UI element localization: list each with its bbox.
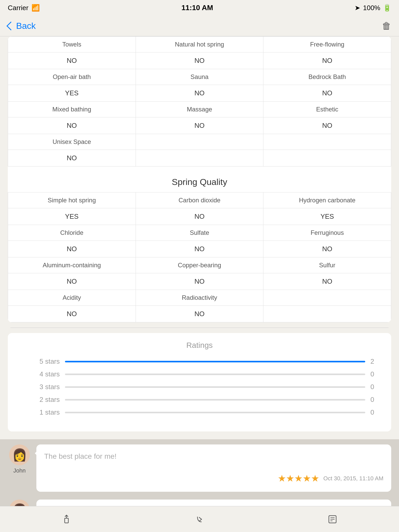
- avatar-area: 👩John: [8, 444, 31, 474]
- comment-stars: ★★★★★: [278, 473, 319, 484]
- spring-value-cell: YES: [263, 208, 391, 225]
- spring-quality-section: Spring Quality Simple hot springCarbon d…: [8, 167, 391, 322]
- rating-row: 1 stars0: [18, 408, 381, 416]
- rating-bar-track: [65, 412, 365, 413]
- rating-row: 2 stars0: [18, 396, 381, 404]
- rating-label: 2 stars: [18, 396, 60, 404]
- forward-icon: [194, 514, 205, 525]
- facility-value-cell: NO: [263, 52, 391, 69]
- facility-label-cell: Mixed bathing: [8, 102, 136, 117]
- status-bar-right: ➤ 100% 🔋: [355, 4, 391, 12]
- rating-count: 0: [370, 370, 381, 378]
- facility-label-cell: Sauna: [136, 69, 263, 85]
- facility-value-cell: NO: [8, 117, 136, 134]
- facility-value-cell: [136, 150, 263, 167]
- facilities-section: TowelsNatural hot springFree-flowingNONO…: [8, 36, 391, 167]
- share-button[interactable]: [56, 511, 77, 527]
- carrier-label: Carrier: [8, 4, 28, 12]
- facility-label-cell: [263, 134, 391, 150]
- commenter-name: John: [13, 467, 26, 474]
- facility-label-cell: Natural hot spring: [136, 37, 263, 52]
- comment-item: 👩JohnThe best place for me!★★★★★Oct 30, …: [8, 444, 391, 492]
- nav-bar: Back 🗑: [0, 16, 399, 36]
- spring-value-cell: NO: [136, 273, 263, 290]
- share-icon: [61, 514, 72, 525]
- spring-label-cell: [263, 290, 391, 306]
- facility-label-cell: [136, 134, 263, 150]
- spring-label-cell: Simple hot spring: [8, 192, 136, 208]
- facility-value-cell: NO: [136, 52, 263, 69]
- forward-button[interactable]: [189, 511, 210, 527]
- spring-value-cell: YES: [8, 208, 136, 225]
- facilities-table: TowelsNatural hot springFree-flowingNONO…: [8, 36, 391, 167]
- comment-text: The best place for me!: [44, 452, 383, 468]
- rating-row: 3 stars0: [18, 383, 381, 391]
- status-bar-time: 11:10 AM: [182, 4, 213, 12]
- edit-icon: [327, 514, 338, 525]
- wifi-icon: 📶: [31, 4, 40, 12]
- facility-label-cell: Towels: [8, 37, 136, 52]
- status-bar: Carrier 📶 11:10 AM ➤ 100% 🔋: [0, 0, 399, 16]
- back-chevron-icon: [6, 22, 15, 30]
- spring-label-cell: Aluminum-containing: [8, 257, 136, 273]
- back-button[interactable]: Back: [8, 21, 36, 31]
- spring-value-cell: NO: [8, 241, 136, 257]
- facility-label-cell: Open-air bath: [8, 69, 136, 85]
- spring-label-cell: Ferruginous: [263, 225, 391, 241]
- battery-label: 100%: [363, 4, 380, 12]
- battery-icon: 🔋: [383, 4, 391, 12]
- avatar: 👩: [9, 444, 30, 465]
- svg-rect-0: [65, 518, 68, 523]
- rating-label: 4 stars: [18, 370, 60, 378]
- comment-bubble: The best place for me!★★★★★Oct 30, 2015,…: [36, 444, 391, 492]
- spring-label-cell: Radioactivity: [136, 290, 263, 306]
- rating-label: 1 stars: [18, 408, 60, 416]
- spring-value-cell: NO: [136, 241, 263, 257]
- spring-label-cell: Carbon dioxide: [136, 192, 263, 208]
- rating-label: 5 stars: [18, 357, 60, 365]
- rating-count: 0: [370, 408, 381, 416]
- ratings-bars: 5 stars24 stars03 stars02 stars01 stars0: [18, 357, 381, 416]
- rating-bar-track: [65, 399, 365, 401]
- location-icon: ➤: [355, 4, 360, 12]
- spring-label-cell: Hydrogen carbonate: [263, 192, 391, 208]
- facility-value-cell: NO: [263, 85, 391, 102]
- rating-row: 4 stars0: [18, 370, 381, 378]
- delete-button[interactable]: 🗑: [382, 21, 391, 31]
- rating-count: 0: [370, 396, 381, 404]
- ratings-section: Ratings 5 stars24 stars03 stars02 stars0…: [8, 333, 391, 431]
- facility-value-cell: YES: [8, 85, 136, 102]
- rating-count: 0: [370, 383, 381, 391]
- rating-bar-track: [65, 386, 365, 388]
- spring-value-cell: NO: [8, 306, 136, 322]
- rating-bar-fill: [65, 361, 365, 362]
- facility-value-cell: NO: [8, 52, 136, 69]
- spring-quality-title: Spring Quality: [8, 167, 391, 192]
- comment-footer: ★★★★★Oct 30, 2015, 11:10 AM: [44, 473, 383, 484]
- facility-value-cell: [263, 150, 391, 167]
- facility-label-cell: Esthetic: [263, 102, 391, 117]
- spring-value-cell: NO: [263, 241, 391, 257]
- edit-button[interactable]: [322, 511, 343, 527]
- spring-label-cell: Sulfur: [263, 257, 391, 273]
- facility-label-cell: Free-flowing: [263, 37, 391, 52]
- rating-bar-track: [65, 361, 365, 362]
- rating-label: 3 stars: [18, 383, 60, 391]
- facility-label-cell: Massage: [136, 102, 263, 117]
- comment-date: Oct 30, 2015, 11:10 AM: [323, 475, 383, 482]
- facility-value-cell: NO: [263, 117, 391, 134]
- main-content: TowelsNatural hot springFree-flowingNONO…: [0, 36, 399, 532]
- spring-value-cell: NO: [136, 306, 263, 322]
- facility-value-cell: NO: [8, 150, 136, 167]
- status-bar-left: Carrier 📶: [8, 4, 40, 12]
- spring-value-cell: NO: [136, 208, 263, 225]
- facility-value-cell: NO: [136, 85, 263, 102]
- spring-quality-table: Simple hot springCarbon dioxideHydrogen …: [8, 192, 391, 322]
- bottom-toolbar: [0, 506, 399, 532]
- facility-value-cell: NO: [136, 117, 263, 134]
- spring-label-cell: Acidity: [8, 290, 136, 306]
- facility-label-cell: Bedrock Bath: [263, 69, 391, 85]
- rating-count: 2: [370, 357, 381, 365]
- rating-bar-track: [65, 374, 365, 375]
- divider: [10, 328, 389, 328]
